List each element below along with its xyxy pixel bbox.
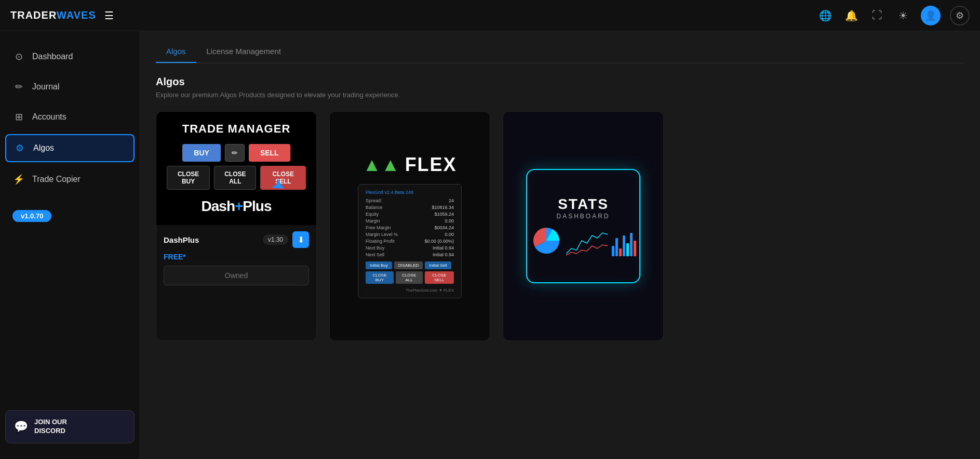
header-left: TRADERWAVES ☰ <box>10 9 114 22</box>
header-right: 🌐 🔔 ⛶ ☀ 👤 ⚙ <box>817 6 970 25</box>
dashplus-version: v1.30 <box>263 234 288 245</box>
tm-close-sell-button[interactable]: CLOSE SELL <box>260 166 306 190</box>
tm-buy-button[interactable]: BUY <box>182 144 221 162</box>
sidebar-item-dashboard[interactable]: ⊙ Dashboard <box>0 42 140 72</box>
dashplus-info-row: DashPlus v1.30 ⬇ <box>164 231 309 248</box>
tm-row1: BUY ✏ SELL <box>182 144 290 162</box>
discord-label: JOIN OURDISCORD <box>34 418 67 436</box>
logo-trader: TRADER <box>10 9 57 21</box>
dashplus-download-button[interactable]: ⬇ <box>292 231 309 248</box>
algos-icon: ⚙ <box>14 142 26 154</box>
main-content: Algos License Management Algos Explore o… <box>140 31 980 459</box>
tm-edit-button[interactable]: ✏ <box>225 144 245 162</box>
logo: TRADERWAVES <box>10 9 96 21</box>
dashplus-version-price: v1.30 ⬇ <box>263 231 309 248</box>
tm-close-buy-button[interactable]: CLOSE BUY <box>167 166 210 190</box>
card-flexgrid: ▲▲ FLEX FlexGrid v2.4 Beta 248 Spread:24… <box>329 111 490 341</box>
avatar[interactable]: 👤 <box>921 6 941 25</box>
accounts-icon: ⊞ <box>12 111 25 123</box>
statsea-footer: StatsEA v1.30 ⬇ FREE Owned <box>503 340 663 341</box>
flex-initial-sell-button[interactable]: Initial Sell <box>425 261 451 269</box>
sidebar: ⊙ Dashboard ✏ Journal ⊞ Accounts ⚙ Algos… <box>0 31 140 459</box>
cards-grid: TRADE MANAGER BUY ✏ SELL CLOSE BUY CLOSE… <box>156 111 964 341</box>
flex-panel: FlexGrid v2.4 Beta 248 Spread:24 Balance… <box>358 184 462 298</box>
sidebar-item-algos[interactable]: ⚙ Algos <box>5 134 135 162</box>
flex-panel-row-balance: Balance$10816.34 <box>366 205 454 210</box>
statsea-image: STATS DASHBOARD <box>503 112 663 340</box>
theme-icon[interactable]: ☀ <box>895 7 911 24</box>
discord-button[interactable]: 💬 JOIN OURDISCORD <box>5 410 135 443</box>
stats-sub: DASHBOARD <box>556 213 610 220</box>
dashplus-logo-plus: + <box>235 198 243 214</box>
trade-manager-title: TRADE MANAGER <box>182 122 291 136</box>
tabs-bar: Algos License Management <box>156 42 964 63</box>
layout: ⊙ Dashboard ✏ Journal ⊞ Accounts ⚙ Algos… <box>0 31 980 459</box>
stats-charts <box>531 225 636 256</box>
logo-waves: WAVES <box>57 9 96 21</box>
flex-disabled-button[interactable]: DISABLED <box>394 261 423 269</box>
flex-panel-row-margin-level: Margin Level %0.00 <box>366 232 454 237</box>
sidebar-item-accounts[interactable]: ⊞ Accounts <box>0 102 140 132</box>
flex-panel-row-free-margin: Free Margin$0034.24 <box>366 225 454 230</box>
stats-line-chart <box>566 230 608 256</box>
globe-icon[interactable]: 🌐 <box>817 7 834 24</box>
tm-close-all-button[interactable]: CLOSE ALL <box>214 166 256 190</box>
section-title: Algos <box>156 76 964 88</box>
fullscreen-icon[interactable]: ⛶ <box>869 7 885 24</box>
bell-icon[interactable]: 🔔 <box>843 7 860 24</box>
flex-logo-area: ▲▲ FLEX <box>363 154 457 176</box>
tm-row2: CLOSE BUY CLOSE ALL CLOSE SELL <box>167 166 306 190</box>
stats-glow-box: STATS DASHBOARD <box>526 169 640 283</box>
tab-license-management[interactable]: License Management <box>196 42 291 63</box>
dashplus-logo-plus-text: Plus <box>243 198 271 214</box>
flex-close-buy-button[interactable]: CLOSE BUY <box>366 271 394 284</box>
dashplus-image-wrapper: TRADE MANAGER BUY ✏ SELL CLOSE BUY CLOSE… <box>156 112 316 225</box>
flex-title: FLEX <box>405 154 457 176</box>
flex-panel-row-next-sell: Next SellInitial 0.94 <box>366 252 454 257</box>
card-statsea: STATS DASHBOARD <box>503 111 664 341</box>
dashplus-logo-dash: Dash <box>202 198 235 214</box>
version-badge: v1.0.70 <box>12 210 51 222</box>
discord-icon: 💬 <box>14 420 28 434</box>
stats-pie-chart <box>531 225 562 256</box>
flex-close-all-button[interactable]: CLOSE ALL <box>396 271 423 284</box>
stats-title: STATS <box>558 196 609 213</box>
dashplus-name: DashPlus <box>164 235 199 244</box>
dashplus-price: FREE* <box>164 253 186 261</box>
flex-close-buttons: CLOSE BUY CLOSE ALL CLOSE SELL <box>366 271 454 284</box>
flexgrid-image: ▲▲ FLEX FlexGrid v2.4 Beta 248 Spread:24… <box>330 112 490 340</box>
flex-panel-buttons: Initial Buy DISABLED Initial Sell <box>366 261 454 269</box>
flex-panel-row-spread: Spread:24 <box>366 198 454 203</box>
section-subtitle: Explore our premium Algos Products desig… <box>156 91 964 99</box>
header: TRADERWAVES ☰ 🌐 🔔 ⛶ ☀ 👤 ⚙ <box>0 0 980 31</box>
tm-sell-button[interactable]: SELL <box>249 144 290 162</box>
hamburger-icon[interactable]: ☰ <box>104 9 114 22</box>
flex-panel-header: FlexGrid v2.4 Beta 248 <box>366 190 454 195</box>
flex-chevron-icon: ▲▲ <box>363 154 399 176</box>
flex-panel-row-next-buy: Next BuyInitial 0.94 <box>366 245 454 251</box>
dashplus-logo: Dash+Plus <box>202 198 272 215</box>
card-dashplus: TRADE MANAGER BUY ✏ SELL CLOSE BUY CLOSE… <box>156 111 317 341</box>
dashplus-owned-button[interactable]: Owned <box>164 266 309 285</box>
journal-icon: ✏ <box>12 81 25 93</box>
flexgrid-footer: FlexGrid v2.30 ⬇ £999.00 Owned <box>330 340 490 341</box>
dashplus-footer: DashPlus v1.30 ⬇ FREE* Owned <box>156 225 316 292</box>
settings-icon[interactable]: ⚙ <box>950 6 970 25</box>
trade-copier-icon: ⚡ <box>12 174 25 185</box>
dashboard-icon: ⊙ <box>12 51 25 62</box>
flex-panel-row-margin: Margin0.00 <box>366 218 454 224</box>
flex-panel-row-equity: Equity$1059.24 <box>366 212 454 217</box>
flex-initial-buy-button[interactable]: Initial Buy <box>366 261 392 269</box>
stats-bars <box>612 230 636 256</box>
tab-algos[interactable]: Algos <box>156 42 196 63</box>
sidebar-item-journal[interactable]: ✏ Journal <box>0 72 140 102</box>
flex-close-sell-button[interactable]: CLOSE SELL <box>425 271 454 284</box>
dashplus-image: TRADE MANAGER BUY ✏ SELL CLOSE BUY CLOSE… <box>156 112 316 225</box>
sidebar-item-trade-copier[interactable]: ⚡ Trade Copier <box>0 164 140 194</box>
flex-watermark: TheFlexGrid.com ✦ FLEX <box>366 288 454 293</box>
flex-panel-row-floating: Floating Profit$0.00 (0.00%) <box>366 239 454 244</box>
